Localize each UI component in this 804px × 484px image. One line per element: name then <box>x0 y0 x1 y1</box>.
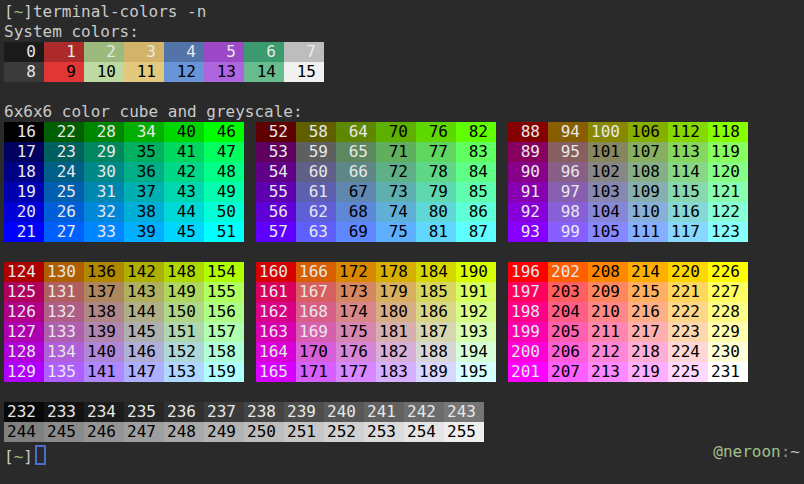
cube-row: 164170176182188194 <box>256 342 496 362</box>
color-cell-203: 203 <box>548 282 588 302</box>
color-cell-149: 149 <box>164 282 204 302</box>
greyscale-row-1: 232233234235236237238239240241242243 <box>4 402 804 422</box>
color-cell-237: 237 <box>204 402 244 422</box>
color-cell-13: 13 <box>204 62 244 82</box>
color-cell-128: 128 <box>4 342 44 362</box>
color-cell-33: 33 <box>84 222 124 242</box>
color-cell-219: 219 <box>628 362 668 382</box>
color-cell-124: 124 <box>4 262 44 282</box>
cube-row: 165171177183189195 <box>256 362 496 382</box>
color-cell-166: 166 <box>296 262 336 282</box>
color-cell-253: 253 <box>364 422 404 442</box>
color-cell-176: 176 <box>336 342 376 362</box>
color-cell-209: 209 <box>588 282 628 302</box>
color-cell-88: 88 <box>508 122 548 142</box>
cube-label: 6x6x6 color cube and greyscale: <box>4 102 804 122</box>
color-cell-9: 9 <box>44 62 84 82</box>
prompt-cwd: ~ <box>14 2 24 21</box>
color-cell-110: 110 <box>628 202 668 222</box>
color-cell-140: 140 <box>84 342 124 362</box>
blank-line <box>4 82 804 102</box>
color-cell-52: 52 <box>256 122 296 142</box>
color-cell-122: 122 <box>708 202 748 222</box>
color-cell-118: 118 <box>708 122 748 142</box>
cube-block-124: 1241301361421481541251311371431491551261… <box>4 262 244 382</box>
color-cell-96: 96 <box>548 162 588 182</box>
color-cell-168: 168 <box>296 302 336 322</box>
color-cell-184: 184 <box>416 262 456 282</box>
cube-row: 126132138144150156 <box>4 302 244 322</box>
color-cell-216: 216 <box>628 302 668 322</box>
color-cell-241: 241 <box>364 402 404 422</box>
color-cell-34: 34 <box>124 122 164 142</box>
color-cell-167: 167 <box>296 282 336 302</box>
cube-row: 196202208214220226 <box>508 262 748 282</box>
cube-row: 128134140146152158 <box>4 342 244 362</box>
color-cell-210: 210 <box>588 302 628 322</box>
color-cell-112: 112 <box>668 122 708 142</box>
color-cell-0: 0 <box>4 42 44 62</box>
cube-row: 9096102108114120 <box>508 162 748 182</box>
color-cell-205: 205 <box>548 322 588 342</box>
color-cell-57: 57 <box>256 222 296 242</box>
color-cell-69: 69 <box>336 222 376 242</box>
prompt-close-bracket: ] <box>23 447 33 466</box>
color-cell-155: 155 <box>204 282 244 302</box>
color-cell-228: 228 <box>708 302 748 322</box>
color-cell-1: 1 <box>44 42 84 62</box>
color-cell-90: 90 <box>508 162 548 182</box>
color-cell-68: 68 <box>336 202 376 222</box>
color-cell-14: 14 <box>244 62 284 82</box>
color-cell-250: 250 <box>244 422 284 442</box>
color-cell-111: 111 <box>628 222 668 242</box>
color-cell-6: 6 <box>244 42 284 62</box>
color-cell-238: 238 <box>244 402 284 422</box>
color-cell-183: 183 <box>376 362 416 382</box>
color-cell-190: 190 <box>456 262 496 282</box>
terminal[interactable]: [~]terminal-colors -n System colors: 012… <box>0 0 804 462</box>
cube-row: 129135141147153159 <box>4 362 244 382</box>
color-cell-121: 121 <box>708 182 748 202</box>
color-cell-78: 78 <box>416 162 456 182</box>
cube-row: 202632384450 <box>4 202 244 222</box>
cube-row: 200206212218224230 <box>508 342 748 362</box>
cube-block-196: 1962022082142202261972032092152212271982… <box>508 262 748 382</box>
color-cell-195: 195 <box>456 362 496 382</box>
color-cell-65: 65 <box>336 142 376 162</box>
cube-row: 9197103109115121 <box>508 182 748 202</box>
cube-row: 535965717783 <box>256 142 496 162</box>
color-cell-218: 218 <box>628 342 668 362</box>
color-cell-177: 177 <box>336 362 376 382</box>
color-cell-204: 204 <box>548 302 588 322</box>
color-cell-162: 162 <box>256 302 296 322</box>
cube-row: 201207213219225231 <box>508 362 748 382</box>
color-cell-83: 83 <box>456 142 496 162</box>
color-cell-54: 54 <box>256 162 296 182</box>
color-cell-67: 67 <box>336 182 376 202</box>
color-cell-229: 229 <box>708 322 748 342</box>
color-cell-8: 8 <box>4 62 44 82</box>
color-cell-220: 220 <box>668 262 708 282</box>
color-cell-240: 240 <box>324 402 364 422</box>
color-cell-40: 40 <box>164 122 204 142</box>
color-cell-171: 171 <box>296 362 336 382</box>
color-cell-29: 29 <box>84 142 124 162</box>
color-cell-31: 31 <box>84 182 124 202</box>
color-cell-37: 37 <box>124 182 164 202</box>
color-cell-134: 134 <box>44 342 84 362</box>
prompt-line: [~] @neroon:~ <box>4 442 804 462</box>
color-cell-131: 131 <box>44 282 84 302</box>
color-cell-36: 36 <box>124 162 164 182</box>
color-cell-146: 146 <box>124 342 164 362</box>
color-cell-98: 98 <box>548 202 588 222</box>
color-cell-188: 188 <box>416 342 456 362</box>
color-cell-141: 141 <box>84 362 124 382</box>
color-cell-158: 158 <box>204 342 244 362</box>
color-cell-11: 11 <box>124 62 164 82</box>
cube-row: 161167173179185191 <box>256 282 496 302</box>
color-cell-201: 201 <box>508 362 548 382</box>
color-cell-129: 129 <box>4 362 44 382</box>
color-cell-70: 70 <box>376 122 416 142</box>
cube-row: 8894100106112118 <box>508 122 748 142</box>
color-cell-101: 101 <box>588 142 628 162</box>
